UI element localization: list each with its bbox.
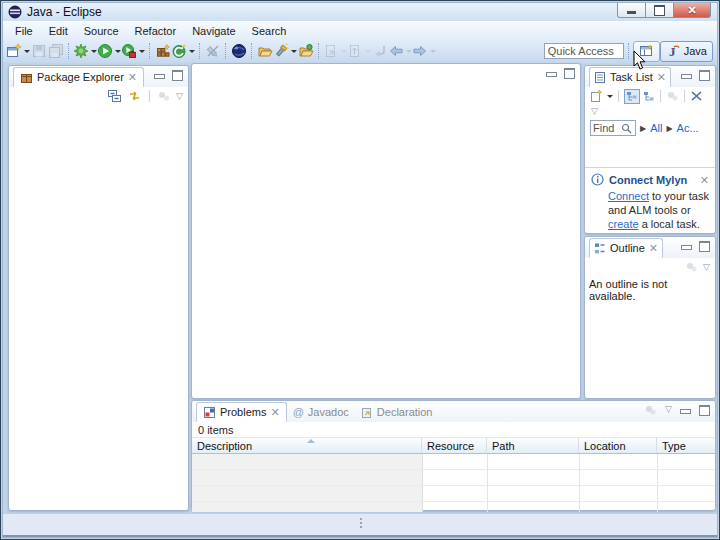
outline-toolbar: ▽: [585, 258, 715, 276]
view-menu-icon[interactable]: ▽: [703, 263, 710, 272]
tab-label: Task List: [610, 71, 653, 83]
tab-javadoc[interactable]: @ Javadoc: [287, 402, 355, 422]
toolbar-separator: [149, 43, 150, 59]
statusbar-drag-handle[interactable]: [360, 518, 362, 528]
tab-outline[interactable]: Outline ✕: [589, 238, 663, 258]
tab-task-list[interactable]: Task List ✕: [589, 67, 671, 87]
open-perspective-button[interactable]: [633, 41, 660, 62]
new-wizard-button[interactable]: [6, 42, 30, 60]
minimize-view-icon[interactable]: [681, 245, 692, 250]
mylyn-body: Connect to your task and ALM tools or cr…: [608, 189, 709, 231]
collapse-all-icon[interactable]: [107, 89, 122, 103]
focus-on-task-icon[interactable]: [685, 261, 698, 273]
close-icon[interactable]: ✕: [270, 407, 279, 417]
refresh-button[interactable]: [171, 42, 195, 60]
focus-on-task-icon[interactable]: [157, 90, 171, 103]
new-task-icon[interactable]: [589, 89, 603, 103]
close-button[interactable]: ✕: [673, 3, 711, 18]
minimize-editor-icon[interactable]: [546, 72, 557, 77]
save-button[interactable]: [30, 42, 47, 60]
mylyn-title-row: Connect Mylyn ✕: [591, 173, 709, 186]
new-java-project-button[interactable]: [154, 42, 171, 60]
task-list-overflow-row: ▽: [585, 105, 715, 118]
link-with-editor-icon[interactable]: [127, 89, 142, 103]
grid-line: [487, 454, 488, 512]
focus-on-task-icon[interactable]: [644, 404, 657, 416]
package-explorer-tabstrip: Package Explorer ✕: [9, 66, 188, 87]
pencil-toggle-button[interactable]: [204, 42, 221, 60]
menu-search[interactable]: Search: [244, 24, 295, 38]
column-label: Path: [492, 440, 515, 452]
link-activate[interactable]: Ac...: [677, 122, 699, 134]
package-explorer-content[interactable]: [9, 105, 188, 509]
column-description[interactable]: Description: [192, 438, 422, 453]
maximize-view-icon[interactable]: [699, 405, 710, 416]
expand-all-icon[interactable]: ▶: [640, 124, 646, 133]
debug-button[interactable]: [73, 42, 97, 60]
eclipse-logo-icon: [8, 5, 22, 19]
menu-edit[interactable]: Edit: [41, 24, 76, 38]
open-folder-button[interactable]: [256, 42, 273, 60]
problems-table-body[interactable]: [192, 454, 715, 512]
last-edit-location-button[interactable]: [371, 42, 388, 60]
categorized-view-toggle-icon[interactable]: [624, 89, 640, 104]
tab-problems[interactable]: Problems ✕: [196, 402, 287, 422]
maximize-view-icon[interactable]: [172, 70, 183, 81]
save-all-button[interactable]: [47, 42, 64, 60]
view-menu-icon[interactable]: ▽: [665, 405, 672, 414]
close-icon[interactable]: ✕: [649, 243, 658, 253]
create-link[interactable]: create: [608, 218, 639, 230]
close-icon[interactable]: ✕: [128, 72, 137, 82]
minimize-view-icon[interactable]: [680, 409, 691, 414]
editor-area[interactable]: [191, 63, 581, 399]
open-task-button[interactable]: [297, 42, 314, 60]
package-icon: [20, 71, 33, 84]
hide-completed-icon[interactable]: [690, 90, 703, 102]
minimize-view-icon[interactable]: [681, 74, 692, 79]
focus-on-workweek-icon[interactable]: [666, 90, 679, 102]
minimize-view-icon[interactable]: [154, 74, 165, 79]
menu-file[interactable]: File: [7, 24, 41, 38]
link-all[interactable]: All: [650, 122, 662, 134]
expand-activated-icon[interactable]: ▶: [666, 124, 672, 133]
column-type[interactable]: Type: [657, 438, 715, 453]
forward-arrow-icon: [412, 43, 428, 59]
menu-refactor[interactable]: Refactor: [127, 24, 185, 38]
close-icon[interactable]: ✕: [700, 175, 709, 185]
scheduled-view-toggle-icon[interactable]: [643, 91, 655, 102]
forward-button[interactable]: [412, 42, 436, 60]
maximize-editor-icon[interactable]: [564, 68, 575, 79]
tab-declaration[interactable]: Declaration: [355, 402, 439, 422]
close-icon[interactable]: ✕: [657, 72, 666, 82]
search-button[interactable]: [273, 42, 297, 60]
view-menu-icon[interactable]: ▽: [176, 92, 183, 101]
maximize-button[interactable]: [646, 3, 673, 18]
column-location[interactable]: Location: [579, 438, 657, 453]
annotation-nav-button[interactable]: [347, 42, 371, 60]
find-input[interactable]: [593, 122, 621, 134]
new-task-dropdown[interactable]: [607, 95, 613, 98]
column-path[interactable]: Path: [487, 438, 579, 453]
minimize-button[interactable]: [617, 3, 646, 18]
quick-access-input[interactable]: [544, 43, 624, 59]
open-web-browser-button[interactable]: [230, 42, 247, 60]
new-element-button[interactable]: [323, 42, 347, 60]
menu-source[interactable]: Source: [76, 24, 127, 38]
column-resource[interactable]: Resource: [422, 438, 487, 453]
annotation-arrow-icon: [347, 43, 363, 59]
tab-package-explorer[interactable]: Package Explorer ✕: [13, 67, 144, 87]
view-menu-icon[interactable]: ▽: [591, 107, 598, 116]
maximize-view-icon[interactable]: [699, 70, 710, 81]
run-external-tools-button[interactable]: [121, 42, 145, 60]
column-label: Resource: [427, 440, 474, 452]
run-button[interactable]: [97, 42, 121, 60]
window-bottom-edge: [3, 535, 717, 537]
task-list-icon: [594, 71, 606, 84]
title-bar[interactable]: Java - Eclipse ✕: [3, 3, 717, 21]
java-perspective-button[interactable]: J Java: [660, 41, 713, 62]
connect-link[interactable]: Connect: [608, 190, 649, 202]
back-button[interactable]: [388, 42, 412, 60]
maximize-view-icon[interactable]: [699, 241, 710, 252]
menu-navigate[interactable]: Navigate: [184, 24, 243, 38]
pencil-slash-icon: [205, 43, 221, 59]
